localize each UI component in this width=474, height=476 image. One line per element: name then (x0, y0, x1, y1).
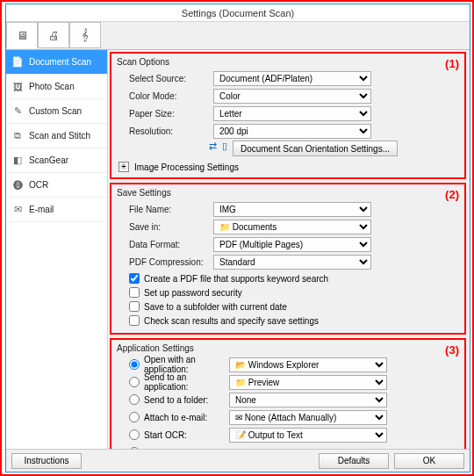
callout-3: (3) (445, 343, 459, 357)
resolution-label: Resolution: (117, 126, 213, 136)
sidebar-item-custom-scan[interactable]: ✎ Custom Scan (6, 99, 107, 124)
open-with-app-label: Open with an application: (144, 355, 229, 374)
top-tabs: 🖥 🖨 𝄞 (6, 22, 470, 50)
sidebar-item-photo-scan[interactable]: 🖼 Photo Scan (6, 75, 107, 99)
email-icon: ✉ (11, 204, 24, 216)
open-with-app-combo[interactable]: 📂 Windows Explorer (229, 357, 387, 372)
start-ocr-label: Start OCR: (144, 430, 187, 440)
stitch-icon: ⧉ (11, 130, 24, 142)
settings-window: Settings (Document Scan) 🖥 🖨 𝄞 📄 Documen… (5, 4, 470, 472)
send-to-folder-label: Send to a folder: (144, 395, 208, 405)
paper-size-label: Paper Size: (117, 109, 213, 119)
password-checkbox[interactable] (129, 287, 140, 298)
tab-scan-from-printer[interactable]: 🖨 (38, 22, 69, 48)
send-to-folder-radio[interactable] (129, 394, 140, 405)
defaults-button[interactable]: Defaults (319, 453, 389, 469)
sidebar-item-label: Scan and Stitch (29, 131, 90, 141)
sidebar-item-ocr[interactable]: 🅞 OCR (6, 173, 107, 198)
send-to-app-label: Send to an application: (144, 372, 229, 392)
color-mode-label: Color Mode: (117, 91, 213, 101)
data-format-label: Data Format: (117, 240, 213, 249)
file-name-label: File Name: (117, 205, 213, 214)
scan-options-section: (1) Scan Options Select Source: Document… (110, 52, 466, 179)
check-results-checkbox[interactable] (129, 315, 140, 326)
select-source-label: Select Source: (117, 74, 213, 83)
no-app-label: Do not start any application (144, 448, 250, 450)
sidebar-item-document-scan[interactable]: 📄 Document Scan (6, 50, 107, 75)
sidebar-item-scangear[interactable]: ◧ ScanGear (6, 148, 107, 173)
pdf-compression-label: PDF Compression: (117, 257, 213, 267)
scan-options-title: Scan Options (117, 55, 459, 70)
callout-2: (2) (445, 188, 459, 201)
save-settings-title: Save Settings (117, 186, 459, 201)
no-app-radio[interactable] (129, 447, 140, 449)
instructions-button[interactable]: Instructions (11, 453, 82, 469)
sidebar: 📄 Document Scan 🖼 Photo Scan ✎ Custom Sc… (6, 50, 108, 449)
monitor-icon: 🖥 (17, 29, 28, 42)
sidebar-item-label: E-mail (29, 205, 54, 214)
orientation-swap-icon[interactable]: ⇄ (209, 141, 217, 156)
ocr-icon: 🅞 (11, 179, 24, 191)
scangear-icon: ◧ (11, 155, 24, 167)
application-settings-section: (3) Application Settings Open with an ap… (110, 338, 466, 449)
printer-icon: 🖨 (48, 29, 60, 42)
subfolder-checkbox[interactable] (129, 301, 140, 312)
pdf-compression-combo[interactable]: Standard (213, 255, 371, 270)
attach-email-radio[interactable] (129, 412, 140, 422)
document-icon: 📄 (11, 56, 24, 69)
paper-size-combo[interactable]: Letter (213, 106, 371, 121)
expand-image-processing-button[interactable]: + (118, 162, 129, 172)
save-in-combo[interactable]: 📁 Documents (213, 220, 371, 234)
sidebar-item-scan-stitch[interactable]: ⧉ Scan and Stitch (6, 124, 107, 148)
select-source-combo[interactable]: Document (ADF/Platen) (213, 71, 371, 86)
bottom-bar: Instructions Defaults OK (6, 449, 470, 472)
check-results-label: Check scan results and specify save sett… (144, 316, 319, 326)
sidebar-item-label: OCR (29, 180, 48, 190)
resolution-combo[interactable]: 200 dpi (213, 124, 371, 139)
send-to-app-combo[interactable]: 📁 Preview (229, 375, 387, 390)
open-with-app-radio[interactable] (129, 359, 140, 370)
sidebar-item-email[interactable]: ✉ E-mail (6, 198, 107, 222)
orientation-settings-button[interactable]: Document Scan Orientation Settings... (233, 141, 398, 156)
sidebar-item-label: Custom Scan (29, 106, 82, 116)
sidebar-item-label: Photo Scan (29, 82, 75, 91)
start-ocr-combo[interactable]: 📝 Output to Text (229, 428, 387, 443)
save-in-label: Save in: (117, 222, 213, 232)
sidebar-item-label: Document Scan (29, 57, 91, 67)
photo-icon: 🖼 (11, 81, 24, 93)
callout-1: (1) (445, 57, 459, 70)
keyword-search-label: Create a PDF file that supports keyword … (144, 274, 328, 284)
tab-scan-from-computer[interactable]: 🖥 (6, 22, 38, 48)
tab-tools[interactable]: 𝄞 (69, 22, 101, 48)
file-name-combo[interactable]: IMG (213, 202, 371, 217)
send-to-app-radio[interactable] (129, 377, 140, 387)
attach-email-combo[interactable]: ✉ None (Attach Manually) (229, 410, 387, 425)
start-ocr-radio[interactable] (129, 429, 140, 440)
password-label: Set up password security (144, 288, 242, 298)
ok-button[interactable]: OK (394, 453, 464, 469)
subfolder-label: Save to a subfolder with current date (144, 302, 287, 312)
custom-icon: ✎ (11, 105, 24, 118)
sidebar-item-label: ScanGear (29, 155, 68, 165)
keyword-search-checkbox[interactable] (129, 273, 140, 284)
color-mode-combo[interactable]: Color (213, 89, 371, 104)
image-processing-label: Image Processing Settings (134, 162, 239, 172)
save-settings-section: (2) Save Settings File Name: IMG Save (110, 183, 466, 335)
attach-email-label: Attach to e-mail: (144, 413, 207, 422)
send-to-folder-combo[interactable]: None (229, 393, 387, 407)
window-title: Settings (Document Scan) (6, 4, 470, 22)
data-format-combo[interactable]: PDF (Multiple Pages) (213, 237, 371, 252)
orientation-page-icon[interactable]: ▯ (222, 141, 227, 156)
sliders-icon: 𝄞 (82, 28, 89, 42)
